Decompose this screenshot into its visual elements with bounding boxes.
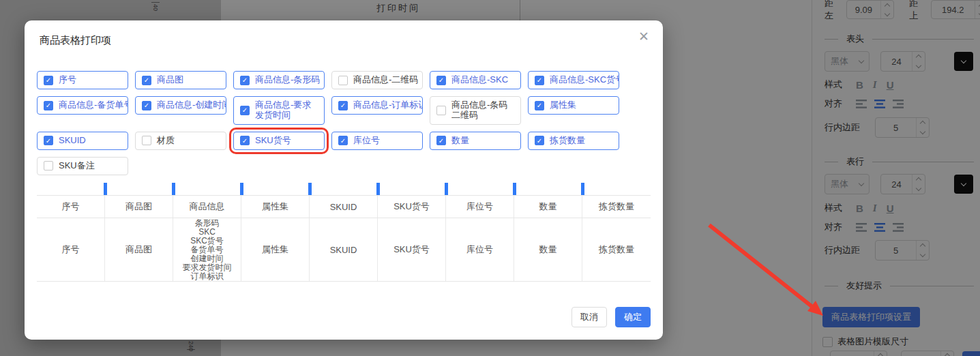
checkbox-item[interactable]: ✓SKU备注 xyxy=(37,157,128,175)
checkbox-icon: ✓ xyxy=(240,106,250,115)
info-line: 创建时间 xyxy=(191,254,224,263)
column-handle[interactable] xyxy=(581,183,584,195)
checkbox-item[interactable]: ✓商品信息-条码二维码 xyxy=(430,96,521,125)
column-handle[interactable] xyxy=(445,183,448,195)
checkbox-icon: ✓ xyxy=(338,136,348,145)
print-items-dialog: 商品表格打印项 ✕ ✓序号 ✓商品图 ✓商品信息-条形码 ✓商品信息-二维码 ✓… xyxy=(25,20,663,340)
checkbox-icon: ✓ xyxy=(44,161,53,170)
checkbox-icon: ✓ xyxy=(338,76,348,85)
header-cell: 数量 xyxy=(514,196,582,218)
checkbox-item-sku-huohao[interactable]: ✓SKU货号 xyxy=(233,132,325,150)
checkbox-icon: ✓ xyxy=(535,136,544,145)
print-item-checkboxes: ✓序号 ✓商品图 ✓商品信息-条形码 ✓商品信息-二维码 ✓商品信息-SKC ✓… xyxy=(37,71,651,182)
checkbox-item[interactable]: ✓商品图 xyxy=(135,71,226,89)
header-cell: 商品信息 xyxy=(173,196,241,218)
column-handle[interactable] xyxy=(104,183,107,195)
checkbox-icon: ✓ xyxy=(142,101,151,110)
checkbox-icon: ✓ xyxy=(535,101,544,110)
checkbox-icon: ✓ xyxy=(44,136,53,145)
body-cell-product-info: 条形码 SKC SKC货号 备货单号 创建时间 要求发货时间 订单标识 xyxy=(173,218,241,281)
checkbox-item[interactable]: ✓商品信息-要求发货时间 xyxy=(233,96,325,125)
column-handle[interactable] xyxy=(376,183,380,195)
info-line: 要求发货时间 xyxy=(183,263,232,272)
header-cell: 序号 xyxy=(37,196,105,218)
checkbox-icon: ✓ xyxy=(240,76,250,85)
body-cell: SKU货号 xyxy=(378,218,446,281)
checkbox-item[interactable]: ✓数量 xyxy=(430,132,521,150)
header-cell: 商品图 xyxy=(105,196,173,218)
checkbox-icon: ✓ xyxy=(142,76,151,85)
checkbox-item[interactable]: ✓属性集 xyxy=(528,96,619,115)
print-preview-table: 序号 商品图 商品信息 属性集 SKUID SKU货号 库位号 数量 拣货数量 … xyxy=(37,183,651,282)
print-designer-page: 打印时间 40 240 距左 9.09 距上 194.2 xyxy=(0,0,980,356)
column-handle[interactable] xyxy=(240,183,243,195)
body-cell: 库位号 xyxy=(446,218,514,281)
checkbox-item[interactable]: ✓序号 xyxy=(37,71,128,89)
info-line: SKC xyxy=(198,228,216,237)
body-cell: 序号 xyxy=(37,218,105,281)
checkbox-icon: ✓ xyxy=(436,76,446,85)
checkbox-item[interactable]: ✓商品信息-条形码 xyxy=(233,71,325,89)
body-cell: 属性集 xyxy=(241,218,310,281)
header-cell: SKUID xyxy=(310,196,378,218)
header-cell: 属性集 xyxy=(241,196,310,218)
header-cell: 库位号 xyxy=(446,196,514,218)
body-cell: SKUID xyxy=(310,218,378,281)
checkbox-icon: ✓ xyxy=(436,106,446,115)
info-line: 订单标识 xyxy=(191,272,224,281)
checkbox-item[interactable]: ✓商品信息-SKC xyxy=(430,71,521,89)
checkbox-item[interactable]: ✓商品信息-订单标识 xyxy=(331,96,423,115)
column-handle[interactable] xyxy=(172,183,175,195)
checkbox-item[interactable]: ✓商品信息-创建时间 xyxy=(135,96,226,115)
header-cell: SKU货号 xyxy=(378,196,446,218)
checkbox-item[interactable]: ✓商品信息-备货单号 xyxy=(37,96,128,115)
body-cell: 拣货数量 xyxy=(582,218,651,281)
checkbox-item[interactable]: ✓商品信息-SKC货号 xyxy=(528,71,619,89)
checkbox-icon: ✓ xyxy=(142,136,151,145)
checkbox-icon: ✓ xyxy=(436,136,446,145)
checkbox-icon: ✓ xyxy=(535,76,544,85)
preview-header-row: 序号 商品图 商品信息 属性集 SKUID SKU货号 库位号 数量 拣货数量 xyxy=(37,195,651,218)
checkbox-icon: ✓ xyxy=(44,101,53,110)
checkbox-icon: ✓ xyxy=(240,136,250,145)
info-line: 条形码 xyxy=(195,219,220,228)
checkbox-item[interactable]: ✓拣货数量 xyxy=(528,132,619,150)
confirm-button[interactable]: 确定 xyxy=(615,307,651,327)
checkbox-icon: ✓ xyxy=(338,101,348,110)
body-cell: 商品图 xyxy=(105,218,173,281)
checkbox-item[interactable]: ✓库位号 xyxy=(331,132,423,150)
column-handle[interactable] xyxy=(308,183,312,195)
header-cell: 拣货数量 xyxy=(582,196,651,218)
column-handle[interactable] xyxy=(513,183,516,195)
checkbox-item[interactable]: ✓商品信息-二维码 xyxy=(331,71,423,89)
close-icon[interactable]: ✕ xyxy=(636,27,652,46)
checkbox-item[interactable]: ✓材质 xyxy=(135,132,226,150)
column-resize-handles xyxy=(37,183,651,195)
info-line: 备货单号 xyxy=(191,246,224,254)
checkbox-icon: ✓ xyxy=(44,76,53,85)
body-cell: 数量 xyxy=(514,218,582,281)
checkbox-item[interactable]: ✓SKUID xyxy=(37,132,128,150)
cancel-button[interactable]: 取消 xyxy=(571,307,607,327)
preview-body-row: 序号 商品图 条形码 SKC SKC货号 备货单号 创建时间 要求发货时间 订单… xyxy=(37,218,651,282)
dialog-title: 商品表格打印项 xyxy=(40,34,111,47)
info-line: SKC货号 xyxy=(190,237,224,246)
